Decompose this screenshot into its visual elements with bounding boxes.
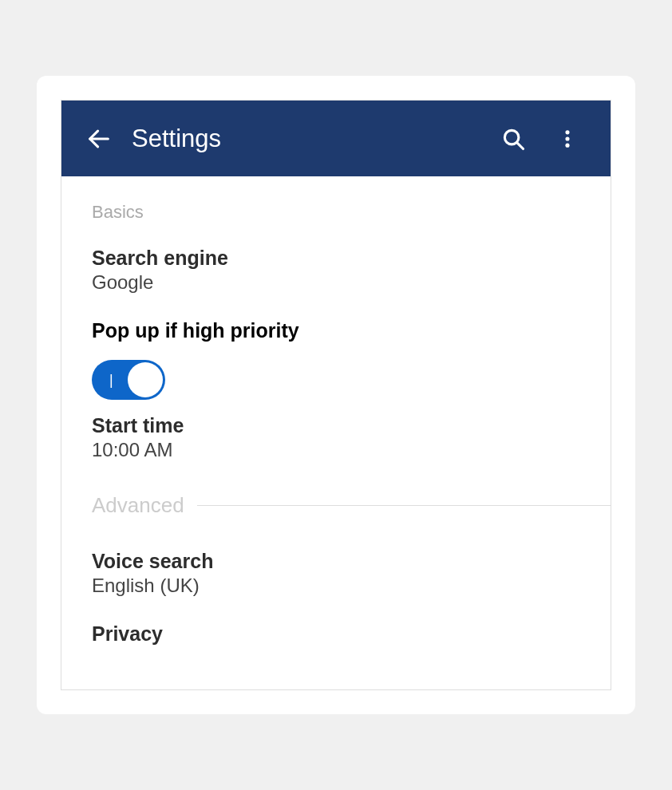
search-engine-value: Google (92, 271, 580, 294)
svg-line-2 (516, 142, 523, 148)
page-title: Settings (132, 124, 494, 153)
voice-search-setting[interactable]: Voice search English (UK) (92, 550, 580, 597)
toolbar: Settings (61, 101, 611, 176)
start-time-value: 10:00 AM (92, 439, 580, 461)
search-icon (501, 127, 525, 151)
settings-content: Basics Search engine Google Pop up if hi… (61, 176, 611, 690)
basics-section-header: Basics (92, 202, 580, 223)
start-time-setting[interactable]: Start time 10:00 AM (92, 414, 580, 461)
divider-line (197, 505, 611, 506)
svg-point-5 (565, 143, 569, 147)
popup-toggle[interactable]: | (92, 360, 165, 400)
svg-point-3 (565, 130, 569, 134)
back-arrow-icon (85, 125, 113, 152)
voice-search-value: English (UK) (92, 575, 580, 597)
more-button[interactable] (548, 120, 587, 158)
search-button[interactable] (494, 120, 532, 158)
popup-setting: Pop up if high priority | Start time 10:… (92, 319, 580, 461)
privacy-setting[interactable]: Privacy (92, 622, 580, 646)
search-engine-setting[interactable]: Search engine Google (92, 247, 580, 294)
popup-title: Pop up if high priority (92, 319, 580, 342)
voice-search-title: Voice search (92, 550, 580, 573)
privacy-title: Privacy (92, 622, 580, 646)
advanced-section-header: Advanced (92, 493, 184, 518)
back-button[interactable] (85, 125, 113, 152)
toggle-knob (128, 362, 163, 397)
toggle-on-indicator: | (109, 372, 113, 389)
advanced-divider: Advanced (92, 493, 580, 518)
start-time-title: Start time (92, 414, 580, 437)
settings-app: Settings Basics Search engine (61, 100, 611, 690)
search-engine-title: Search engine (92, 247, 580, 270)
svg-point-4 (565, 136, 569, 140)
more-vertical-icon (556, 128, 579, 150)
